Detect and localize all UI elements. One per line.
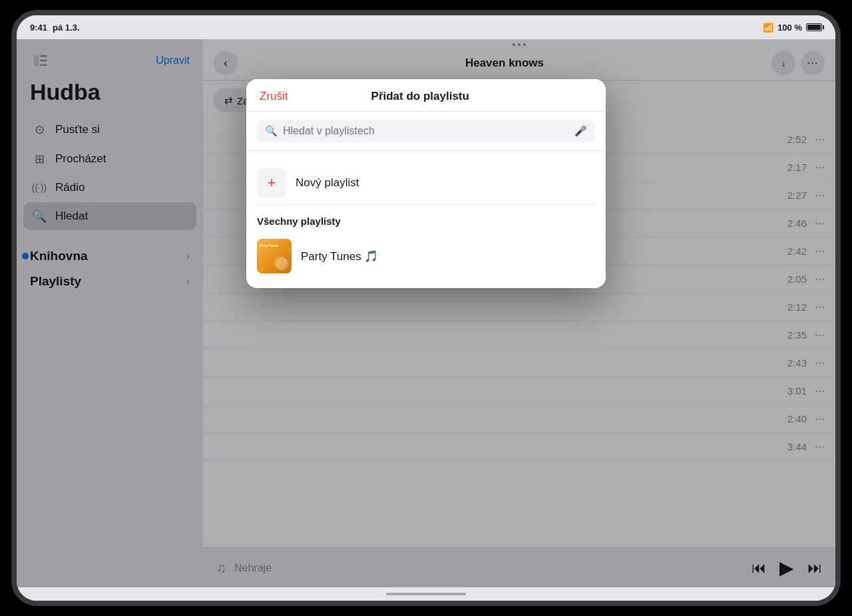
battery-percent: 100 % (777, 23, 802, 33)
new-playlist-icon: + (257, 168, 286, 198)
modal-content: + Nový playlist Všechny playlisty (246, 151, 606, 288)
search-input[interactable] (283, 125, 569, 137)
search-icon: 🔍 (265, 125, 278, 137)
date: pá 1.3. (53, 23, 79, 33)
modal-title: Přidat do playlistu (371, 90, 469, 103)
playlist-name: Party Tunes 🎵 (301, 249, 378, 263)
home-indicator (17, 587, 835, 601)
modal-search: 🔍 🎤 (246, 112, 606, 151)
status-left: 9:41 pá 1.3. (30, 23, 80, 33)
new-playlist-row[interactable]: + Nový playlist (257, 162, 595, 205)
playlist-artwork-image: Party Tunes ♫ (257, 239, 292, 273)
svg-point-6 (276, 257, 289, 271)
battery-container (806, 23, 822, 31)
svg-text:♫: ♫ (260, 266, 264, 272)
time: 9:41 (30, 23, 47, 33)
new-playlist-label: Nový playlist (296, 176, 359, 190)
home-bar (386, 593, 466, 595)
wifi-icon: 📶 (763, 23, 773, 33)
modal-overlay: Zrušit Přidat do playlistu 🔍 🎤 (17, 39, 835, 587)
microphone-icon[interactable]: 🎤 (574, 125, 587, 137)
all-playlists-header: Všechny playlisty (257, 216, 595, 227)
cancel-button[interactable]: Zrušit (260, 90, 288, 103)
battery-icon (806, 23, 822, 31)
add-to-playlist-modal: Zrušit Přidat do playlistu 🔍 🎤 (246, 79, 606, 288)
ipad-screen: 9:41 pá 1.3. 📶 100 % (17, 15, 835, 601)
search-bar: 🔍 🎤 (257, 120, 595, 142)
modal-header: Zrušit Přidat do playlistu (246, 79, 606, 112)
ipad-frame: 9:41 pá 1.3. 📶 100 % (17, 15, 835, 601)
status-bar: 9:41 pá 1.3. 📶 100 % (17, 15, 835, 39)
main-content: Upravit Hudba ⊙ Pusťte si ⊞ Procházet ((… (17, 39, 835, 587)
battery-fill (807, 25, 821, 30)
plus-icon: + (268, 174, 276, 192)
status-right: 📶 100 % (763, 23, 822, 33)
playlist-artwork: Party Tunes ♫ (257, 239, 292, 273)
playlist-row[interactable]: Party Tunes ♫ Party Tunes 🎵 (257, 235, 595, 277)
svg-text:Party Tunes: Party Tunes (260, 243, 278, 247)
artwork-svg: Party Tunes ♫ (257, 239, 292, 273)
